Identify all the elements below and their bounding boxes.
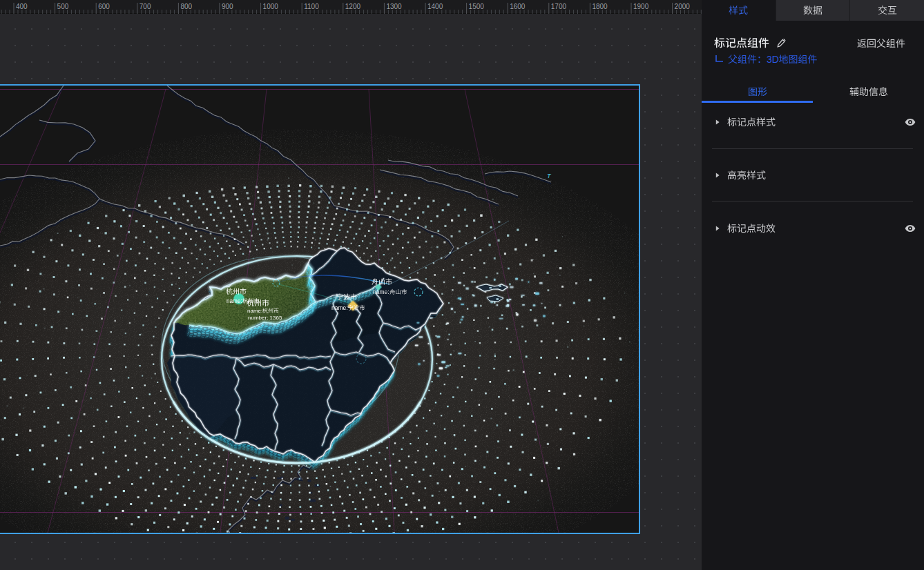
svg-text:3D: 3D xyxy=(767,54,779,65)
svg-text:800: 800 xyxy=(180,3,192,10)
svg-text:900: 900 xyxy=(222,3,233,10)
svg-text:1900: 1900 xyxy=(633,3,649,10)
svg-text:700: 700 xyxy=(139,3,151,10)
svg-text:400: 400 xyxy=(16,3,28,10)
svg-text:2000: 2000 xyxy=(675,3,691,10)
svg-text:1000: 1000 xyxy=(263,3,279,10)
svg-text:name:: name: xyxy=(331,304,348,311)
svg-text:1800: 1800 xyxy=(592,3,608,10)
svg-text:1300: 1300 xyxy=(386,3,402,10)
svg-text:name:: name: xyxy=(227,298,242,304)
svg-text:1100: 1100 xyxy=(304,3,319,10)
svg-text:1600: 1600 xyxy=(510,3,526,10)
svg-text:600: 600 xyxy=(98,3,110,10)
svg-text:1400: 1400 xyxy=(427,3,443,10)
svg-text:name:: name: xyxy=(373,288,389,295)
svg-text:number: 1365: number: 1365 xyxy=(248,315,282,321)
svg-text:1700: 1700 xyxy=(551,3,567,10)
svg-text:1200: 1200 xyxy=(345,3,361,10)
svg-text:500: 500 xyxy=(57,3,69,10)
svg-text:1500: 1500 xyxy=(469,3,485,10)
svg-text:name:: name: xyxy=(247,308,262,314)
